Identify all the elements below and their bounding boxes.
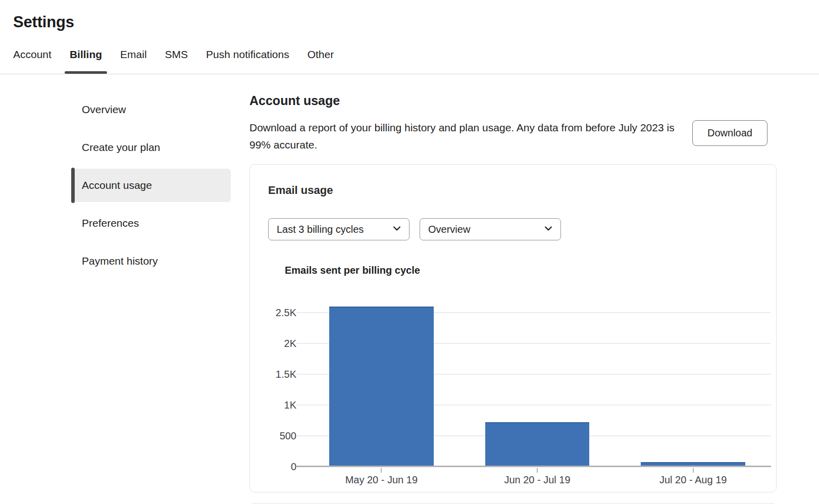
tab-account[interactable]: Account	[13, 48, 52, 74]
y-axis-tick-label: 2.5K	[276, 307, 296, 319]
chart-y-axis: 05001K1.5K2K2.5K	[268, 296, 303, 467]
y-axis-tick-label: 500	[280, 430, 296, 442]
section-title: Account usage	[249, 93, 777, 108]
y-axis-tick-label: 0	[291, 461, 296, 473]
x-axis-tick	[381, 468, 382, 473]
settings-tabs: Account Billing Email SMS Push notificat…	[13, 48, 819, 74]
bar[interactable]	[329, 307, 434, 467]
chart-plot	[303, 296, 771, 467]
x-axis-tick-label: Jun 20 - Jul 19	[459, 474, 616, 486]
sidebar-item-payment-history[interactable]: Payment history	[74, 244, 231, 278]
y-axis-tick-label: 2K	[284, 338, 296, 349]
account-usage-section: Account usage Download a report of your …	[231, 74, 819, 504]
email-usage-card: Email usage Last 3 billing cycles Overvi…	[249, 164, 777, 492]
y-axis-tick-label: 1.5K	[276, 369, 296, 380]
section-description: Download a report of your billing histor…	[249, 119, 685, 154]
tab-billing[interactable]: Billing	[70, 48, 102, 74]
sidebar-item-overview[interactable]: Overview	[74, 93, 231, 126]
page-title: Settings	[13, 13, 819, 31]
x-axis-tick	[537, 468, 538, 473]
email-usage-title: Email usage	[268, 184, 771, 197]
settings-page: Settings Account Billing Email SMS Push …	[0, 13, 819, 504]
y-axis-tick-label: 1K	[284, 399, 296, 411]
view-select[interactable]: Overview	[420, 218, 561, 240]
chart-x-axis: May 20 - Jun 19Jun 20 - Jul 19Jul 20 - A…	[303, 474, 771, 486]
chevron-down-icon	[543, 223, 553, 236]
billing-cycles-select[interactable]: Last 3 billing cycles	[268, 218, 409, 240]
chevron-down-icon	[392, 223, 402, 236]
chart-title: Emails sent per billing cycle	[285, 265, 771, 276]
tab-other[interactable]: Other	[308, 48, 334, 74]
bar[interactable]	[485, 422, 590, 467]
tab-push-notifications[interactable]: Push notifications	[206, 48, 289, 74]
billing-sidebar: Overview Create your plan Account usage …	[71, 74, 231, 504]
chart-filters: Last 3 billing cycles Overview	[268, 218, 771, 240]
sidebar-item-preferences[interactable]: Preferences	[74, 207, 231, 240]
download-button[interactable]: Download	[692, 120, 767, 146]
view-select-value: Overview	[428, 224, 470, 235]
x-axis-tick-label: May 20 - Jun 19	[303, 474, 459, 486]
x-axis-tick-label: Jul 20 - Aug 19	[615, 474, 771, 486]
x-axis-baseline	[296, 466, 771, 467]
billing-cycles-select-value: Last 3 billing cycles	[277, 224, 364, 235]
email-usage-chart: Emails sent per billing cycle 05001K1.5K…	[268, 265, 771, 486]
tab-sms[interactable]: SMS	[165, 48, 188, 74]
sidebar-item-account-usage[interactable]: Account usage	[74, 169, 231, 202]
tab-email[interactable]: Email	[120, 48, 147, 74]
sidebar-item-create-your-plan[interactable]: Create your plan	[74, 131, 231, 164]
x-axis-tick	[693, 468, 694, 473]
